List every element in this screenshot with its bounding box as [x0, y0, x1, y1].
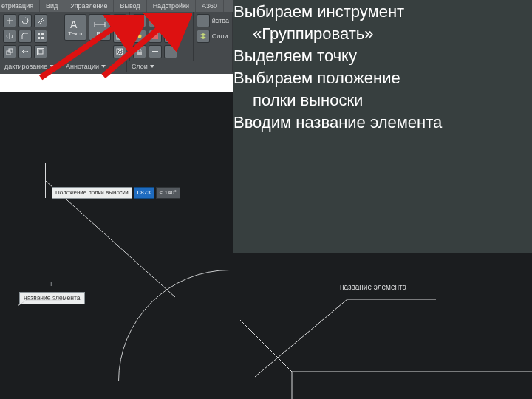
slide-root: етризация Вид Управление Вывод Надстройк… — [0, 0, 532, 399]
scale-icon[interactable] — [3, 45, 16, 58]
stretch-icon[interactable] — [18, 45, 32, 58]
instruction-line: полки выноски — [233, 90, 528, 111]
ribbon-tab[interactable]: Вид — [40, 0, 64, 12]
ribbon-tab[interactable]: Управление — [64, 0, 114, 12]
layers-icon[interactable] — [197, 30, 210, 43]
instruction-line: «Группировать» — [233, 24, 528, 44]
ribbon-tab[interactable]: Надстройки — [147, 0, 196, 12]
instruction-line: Выделяем точку — [233, 46, 528, 66]
ribbon-tab[interactable]: Вывод — [114, 0, 146, 12]
tooltip-hint: Положение полки выноски — [52, 187, 132, 199]
red-arrow-2 — [96, 13, 192, 80]
drawing-area-inprogress[interactable]: Положение полки выноски 0873 < 140° + на… — [0, 92, 233, 399]
instruction-line: Вводим название элемента — [233, 112, 528, 133]
result-leader-label: название элемента — [340, 283, 406, 292]
dynamic-input-tooltip: Положение полки выноски 0873 < 140° — [52, 187, 180, 199]
ribbon-tabstrip: етризация Вид Управление Вывод Надстройк… — [0, 0, 233, 12]
tooltip-distance[interactable]: 0873 — [134, 187, 154, 199]
tooltip-angle: < 140° — [156, 187, 180, 199]
leader-line — [46, 181, 180, 302]
rotate-icon[interactable] — [18, 14, 32, 27]
result-geometry — [240, 320, 532, 399]
fillet-icon[interactable] — [18, 30, 32, 43]
plus-marker: + — [49, 280, 53, 288]
props-icon[interactable] — [197, 14, 210, 27]
ribbon-panel-label: йства — [212, 14, 229, 27]
mirror-icon[interactable] — [3, 30, 16, 43]
instruction-line: Выбираем инструмент — [233, 1, 528, 22]
ribbon-tab[interactable]: A360 — [196, 0, 224, 12]
ribbon-tab[interactable]: етризация — [0, 0, 40, 12]
ribbon-group-clipped: йства Слои — [194, 12, 233, 61]
instruction-text: Выбираем инструмент «Группировать» Выдел… — [233, 1, 528, 134]
ribbon-panel-label: Слои — [212, 30, 228, 43]
drawing-area-result[interactable]: название элемента — [233, 253, 532, 399]
move-icon[interactable] — [3, 14, 16, 27]
instruction-line: Выбираем положение — [233, 68, 528, 89]
